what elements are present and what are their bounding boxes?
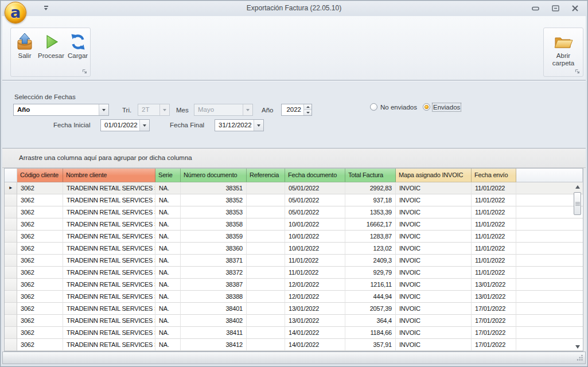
- cell-fecha-documento[interactable]: 05/01/2022: [285, 182, 345, 194]
- salir-button[interactable]: Salir: [13, 32, 36, 60]
- cell-total-factura[interactable]: 357,91: [345, 339, 396, 351]
- row-indicator[interactable]: ►: [5, 182, 17, 194]
- cell-nombre-cliente[interactable]: TRADEINN RETAIL SERVICES SL: [63, 194, 155, 206]
- cell-referencia[interactable]: [247, 182, 285, 194]
- chevron-down-icon[interactable]: [99, 104, 108, 115]
- cell-fecha-documento[interactable]: 05/01/2022: [285, 206, 345, 218]
- cell-codigo-cliente[interactable]: 3062: [17, 182, 63, 194]
- close-icon[interactable]: [569, 4, 581, 13]
- cell-mapa-asignado-invoic[interactable]: INVOIC: [396, 206, 472, 218]
- cell-total-factura[interactable]: 364,4: [345, 315, 396, 327]
- cell-numero-documento[interactable]: 38387: [181, 279, 247, 291]
- dialog-launcher-icon[interactable]: [574, 68, 581, 75]
- scroll-down-icon[interactable]: [573, 343, 582, 351]
- cell-nombre-cliente[interactable]: TRADEINN RETAIL SERVICES SL: [63, 218, 155, 231]
- cell-nombre-cliente[interactable]: TRADEINN RETAIL SERVICES SL: [63, 339, 155, 351]
- cell-numero-documento[interactable]: 38411: [181, 327, 247, 339]
- vertical-scrollbar[interactable]: [573, 183, 582, 351]
- cell-mapa-asignado-invoic[interactable]: INVOIC: [396, 303, 472, 315]
- cell-referencia[interactable]: [247, 194, 285, 206]
- cell-referencia[interactable]: [247, 206, 285, 218]
- cell-mapa-asignado-invoic[interactable]: INVOIC: [396, 182, 472, 194]
- cell-numero-documento[interactable]: 38351: [181, 182, 247, 194]
- cell-numero-documento[interactable]: 38401: [181, 303, 247, 315]
- cell-numero-documento[interactable]: 38359: [181, 231, 247, 243]
- cell-serie[interactable]: NA.: [155, 327, 181, 339]
- chevron-down-icon[interactable]: [254, 120, 263, 131]
- cell-numero-documento[interactable]: 38353: [181, 206, 247, 218]
- cell-serie[interactable]: NA.: [155, 255, 181, 267]
- row-indicator[interactable]: [5, 303, 17, 315]
- row-indicator[interactable]: [5, 315, 17, 327]
- column-header-fecha-envio[interactable]: Fecha envío: [472, 169, 516, 182]
- cell-fecha-envio[interactable]: 13/01/2022: [472, 291, 516, 303]
- group-by-panel[interactable]: Arrastre una columna aquí para agrupar p…: [2, 149, 586, 168]
- table-row[interactable]: 3062TRADEINN RETAIL SERVICES SLNA.383530…: [5, 206, 583, 218]
- cell-fecha-envio[interactable]: 17/01/2022: [472, 303, 516, 315]
- cell-mapa-asignado-invoic[interactable]: INVOIC: [396, 339, 472, 351]
- column-header-codigo-cliente[interactable]: Código cliente: [17, 169, 63, 182]
- cell-fecha-envio[interactable]: 11/01/2022: [472, 182, 516, 194]
- cell-serie[interactable]: NA.: [155, 339, 181, 351]
- cell-referencia[interactable]: [247, 291, 285, 303]
- column-header-total-factura[interactable]: Total Factura: [345, 169, 396, 182]
- cell-mapa-asignado-invoic[interactable]: INVOIC: [396, 194, 472, 206]
- cell-fecha-documento[interactable]: 11/01/2022: [285, 255, 345, 267]
- cell-mapa-asignado-invoic[interactable]: INVOIC: [396, 315, 472, 327]
- cell-numero-documento[interactable]: 38371: [181, 255, 247, 267]
- cell-serie[interactable]: NA.: [155, 206, 181, 218]
- cell-fecha-envio[interactable]: 11/01/2022: [472, 194, 516, 206]
- fecha-final-picker[interactable]: 31/12/2022: [215, 119, 264, 131]
- cell-nombre-cliente[interactable]: TRADEINN RETAIL SERVICES SL: [63, 303, 155, 315]
- scroll-up-icon[interactable]: [573, 183, 582, 191]
- cell-mapa-asignado-invoic[interactable]: INVOIC: [396, 327, 472, 339]
- cell-serie[interactable]: NA.: [155, 303, 181, 315]
- app-logo-icon[interactable]: a: [5, 2, 26, 24]
- cell-fecha-documento[interactable]: 11/01/2022: [285, 267, 345, 279]
- dialog-launcher-icon[interactable]: [81, 68, 88, 75]
- cell-total-factura[interactable]: 123,02: [345, 243, 396, 255]
- table-row[interactable]: 3062TRADEINN RETAIL SERVICES SLNA.383721…: [5, 267, 583, 279]
- cell-total-factura[interactable]: 1184,66: [345, 327, 396, 339]
- column-header-nombre-cliente[interactable]: Nombre cliente: [63, 169, 155, 182]
- spin-up-icon[interactable]: [304, 104, 311, 110]
- cell-codigo-cliente[interactable]: 3062: [17, 231, 63, 243]
- row-indicator[interactable]: [5, 243, 17, 255]
- spin-down-icon[interactable]: [304, 110, 311, 115]
- cell-mapa-asignado-invoic[interactable]: INVOIC: [396, 291, 472, 303]
- column-header-fecha-documento[interactable]: Fecha documento: [285, 169, 345, 182]
- row-indicator[interactable]: [5, 291, 17, 303]
- cell-nombre-cliente[interactable]: TRADEINN RETAIL SERVICES SL: [63, 243, 155, 255]
- cell-nombre-cliente[interactable]: TRADEINN RETAIL SERVICES SL: [63, 327, 155, 339]
- cell-referencia[interactable]: [247, 339, 285, 351]
- cell-total-factura[interactable]: 937,18: [345, 194, 396, 206]
- periodo-combo[interactable]: Año: [13, 104, 109, 116]
- column-header-referencia[interactable]: Referencia: [247, 169, 285, 182]
- cell-referencia[interactable]: [247, 267, 285, 279]
- cell-nombre-cliente[interactable]: TRADEINN RETAIL SERVICES SL: [63, 267, 155, 279]
- cell-referencia[interactable]: [247, 303, 285, 315]
- cell-nombre-cliente[interactable]: TRADEINN RETAIL SERVICES SL: [63, 206, 155, 218]
- cell-mapa-asignado-invoic[interactable]: INVOIC: [396, 267, 472, 279]
- cell-fecha-envio[interactable]: 11/01/2022: [472, 267, 516, 279]
- cell-codigo-cliente[interactable]: 3062: [17, 255, 63, 267]
- cell-serie[interactable]: NA.: [155, 218, 181, 231]
- cell-mapa-asignado-invoic[interactable]: INVOIC: [396, 255, 472, 267]
- cell-fecha-envio[interactable]: 11/01/2022: [472, 243, 516, 255]
- table-row[interactable]: 3062TRADEINN RETAIL SERVICES SLNA.383601…: [5, 243, 583, 255]
- cell-mapa-asignado-invoic[interactable]: INVOIC: [396, 218, 472, 231]
- cell-codigo-cliente[interactable]: 3062: [17, 243, 63, 255]
- cell-nombre-cliente[interactable]: TRADEINN RETAIL SERVICES SL: [63, 231, 155, 243]
- procesar-button[interactable]: Procesar: [36, 32, 66, 60]
- cell-numero-documento[interactable]: 38358: [181, 218, 247, 231]
- cell-serie[interactable]: NA.: [155, 231, 181, 243]
- cell-fecha-documento[interactable]: 13/01/2022: [285, 315, 345, 327]
- cell-fecha-documento[interactable]: 10/01/2022: [285, 231, 345, 243]
- cell-total-factura[interactable]: 1216,11: [345, 279, 396, 291]
- cell-serie[interactable]: NA.: [155, 267, 181, 279]
- cell-mapa-asignado-invoic[interactable]: INVOIC: [396, 243, 472, 255]
- cell-referencia[interactable]: [247, 327, 285, 339]
- fecha-inicial-picker[interactable]: 01/01/2022: [100, 119, 150, 131]
- cell-total-factura[interactable]: 2409,3: [345, 255, 396, 267]
- table-row[interactable]: 3062TRADEINN RETAIL SERVICES SLNA.383871…: [5, 279, 583, 291]
